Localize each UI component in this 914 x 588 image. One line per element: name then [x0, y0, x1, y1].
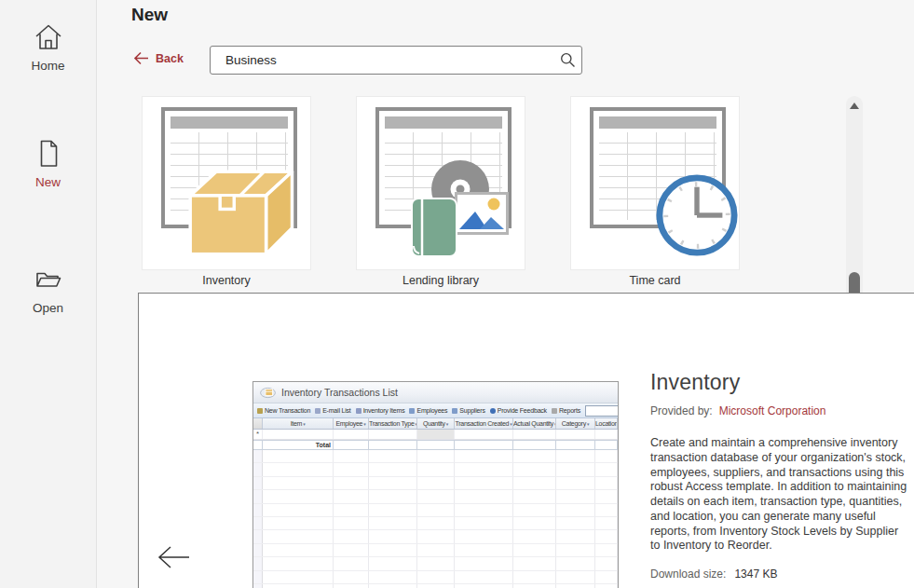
empty-row [253, 584, 618, 588]
time-card-clock-icon [655, 173, 739, 257]
empty-row [253, 571, 618, 584]
empty-row [253, 477, 618, 490]
template-name-inventory: Inventory [142, 274, 311, 287]
column-header: Quantity [417, 418, 455, 429]
column-header: Location [595, 418, 618, 429]
search-icon [560, 52, 576, 68]
inventory-box-icon [185, 163, 299, 256]
search-button[interactable] [553, 47, 581, 74]
toolbar-label: Inventory Items [363, 407, 405, 414]
column-header: Item [263, 418, 334, 429]
empty-row [253, 530, 618, 543]
preview-window-titlebar: Inventory Transactions List [253, 382, 618, 403]
empty-row [253, 490, 618, 503]
template-description: Create and maintain a comprehensive inve… [650, 436, 909, 554]
toolbar-label: Reports [559, 407, 580, 414]
preview-datasheet: Item Employee Transaction Type Quantity … [253, 418, 618, 588]
email-list-icon [315, 408, 321, 414]
preview-combobox [585, 405, 618, 417]
template-preview-image: Inventory Transactions List New Transact… [252, 381, 619, 588]
sidebar: Home New Open [0, 0, 97, 588]
sidebar-item-home[interactable]: Home [0, 21, 96, 73]
empty-row [253, 463, 618, 476]
template-card-lending-library[interactable] [356, 96, 525, 270]
preview-column-headers: Item Employee Transaction Type Quantity … [253, 418, 618, 430]
scrollbar[interactable] [846, 96, 863, 293]
template-details: Inventory Provided by:Microsoft Corporat… [650, 370, 909, 581]
empty-row [253, 544, 618, 557]
download-size-value: 1347 KB [734, 567, 777, 581]
provided-by-label: Provided by: [650, 404, 713, 417]
back-label: Back [156, 52, 184, 65]
template-name-time-card: Time card [570, 274, 740, 287]
toolbar-label: Suppliers [459, 407, 484, 414]
employees-icon [409, 408, 415, 414]
new-record-row: * [253, 430, 618, 440]
total-label: Total [263, 440, 334, 449]
template-card-inventory[interactable] [142, 96, 311, 270]
sidebar-item-label: Home [31, 59, 64, 73]
column-header: Transaction Created [455, 418, 513, 429]
book-icon [411, 198, 457, 257]
column-header: Category [556, 418, 595, 429]
back-arrow-icon [133, 51, 149, 65]
new-document-icon [32, 137, 65, 171]
template-details-panel: Inventory Transactions List New Transact… [138, 293, 914, 588]
home-icon [32, 21, 65, 54]
template-name-lending-library: Lending library [356, 274, 525, 287]
reports-icon [552, 408, 557, 414]
toolbar-label: E-mail List [322, 407, 350, 414]
new-transaction-icon [257, 408, 263, 414]
page-title: New [131, 5, 168, 25]
new-record-marker: * [253, 430, 263, 439]
toolbar-label: New Transaction [265, 407, 310, 414]
provider-link[interactable]: Microsoft Corporation [719, 404, 826, 417]
sidebar-item-label: Open [33, 301, 63, 315]
empty-row [253, 504, 618, 517]
search-input[interactable] [224, 52, 553, 68]
toolbar-label: Employees [416, 407, 447, 414]
column-header: Employee [334, 418, 369, 429]
inventory-items-icon [356, 408, 362, 414]
total-row: Total [253, 440, 618, 450]
sidebar-item-new[interactable]: New [0, 137, 96, 189]
provide-feedback-icon [490, 408, 496, 414]
sidebar-item-open[interactable]: Open [0, 263, 96, 315]
details-title: Inventory [650, 370, 909, 395]
form-icon [260, 387, 276, 399]
access-backstage-new: Home New Open New Back [0, 0, 914, 588]
empty-row [253, 557, 618, 570]
template-card-time-card[interactable] [570, 96, 740, 270]
open-folder-icon [32, 263, 65, 296]
empty-row [253, 450, 618, 463]
preview-window-title: Inventory Transactions List [281, 387, 398, 398]
preview-empty-rows [253, 450, 618, 588]
column-header: Transaction Type [369, 418, 417, 429]
empty-row [253, 517, 618, 530]
toolbar-label: Provide Feedback [498, 407, 547, 414]
picture-icon [455, 192, 509, 235]
scrollbar-up-arrow-icon[interactable] [850, 103, 859, 109]
preview-toolbar: New Transaction E-mail List Inventory It… [253, 403, 618, 418]
column-header: Actual Quantity [513, 418, 556, 429]
scrollbar-thumb[interactable] [849, 272, 860, 293]
template-search-box [210, 46, 582, 75]
previous-template-arrow[interactable] [157, 545, 191, 569]
download-size-label: Download size: [650, 567, 726, 581]
provided-by-row: Provided by:Microsoft Corporation [650, 404, 909, 417]
sidebar-item-label: New [35, 175, 61, 189]
back-button[interactable]: Back [133, 51, 184, 65]
suppliers-icon [452, 408, 457, 414]
download-size-row: Download size:1347 KB [650, 567, 909, 581]
